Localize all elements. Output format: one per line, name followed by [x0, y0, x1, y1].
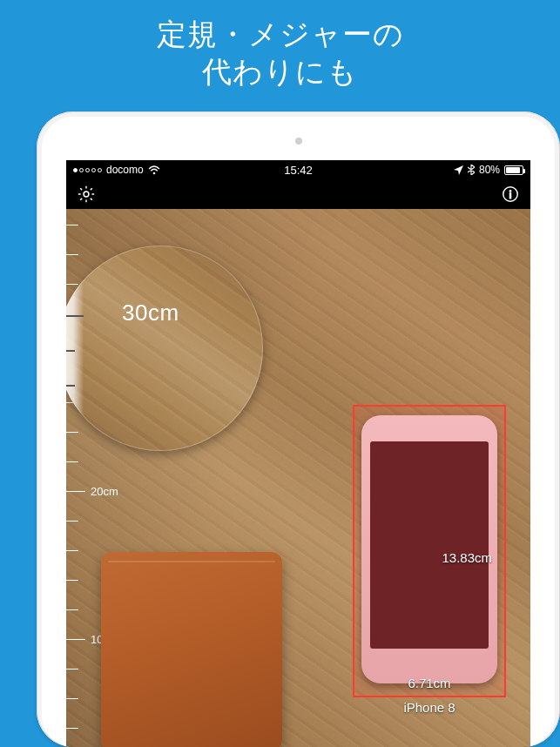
svg-point-1	[84, 192, 89, 197]
camera-view[interactable]: 20cm 10cm	[66, 209, 530, 747]
gear-icon	[77, 185, 96, 204]
measurement-box[interactable]: 13.83cm 6.71cm iPhone 8	[353, 405, 506, 697]
magnifier-label: 30cm	[122, 299, 179, 326]
info-icon	[501, 185, 520, 204]
magnified-ruler-edge	[66, 246, 84, 451]
ipad-frame: docomo 15:42 80%	[37, 111, 560, 747]
battery-icon	[504, 165, 523, 175]
status-bar: docomo 15:42 80%	[66, 160, 530, 179]
settings-button[interactable]	[75, 183, 98, 205]
ruler-label-20: 20cm	[91, 485, 118, 498]
promo-line-2: 代わりにも	[0, 53, 560, 91]
device-screen: docomo 15:42 80%	[66, 160, 530, 747]
info-button[interactable]	[499, 183, 522, 205]
ipad-inner: docomo 15:42 80%	[42, 117, 555, 747]
signal-strength-icon	[73, 168, 102, 172]
bluetooth-icon	[468, 165, 475, 175]
wifi-icon	[148, 165, 160, 175]
carrier-label: docomo	[106, 164, 144, 176]
ipad-camera-dot	[295, 138, 302, 145]
measured-height: 13.83cm	[442, 549, 492, 564]
svg-point-0	[152, 172, 155, 174]
app-store-screenshot: 定規・メジャーの 代わりにも docomo 15	[0, 0, 560, 747]
measured-width: 6.71cm	[408, 676, 450, 690]
status-clock: 15:42	[284, 164, 313, 177]
magnifier-lens: 30cm	[66, 246, 263, 451]
promo-line-1: 定規・メジャーの	[157, 17, 404, 50]
detected-object-name: iPhone 8	[403, 700, 455, 715]
detected-phone-screen	[370, 441, 489, 649]
wallet-object	[101, 552, 282, 747]
svg-point-3	[509, 190, 511, 192]
location-icon	[454, 165, 463, 175]
promo-headline: 定規・メジャーの 代わりにも	[0, 16, 560, 90]
battery-percent: 80%	[479, 164, 500, 176]
svg-rect-4	[509, 193, 511, 199]
app-toolbar	[66, 179, 530, 209]
